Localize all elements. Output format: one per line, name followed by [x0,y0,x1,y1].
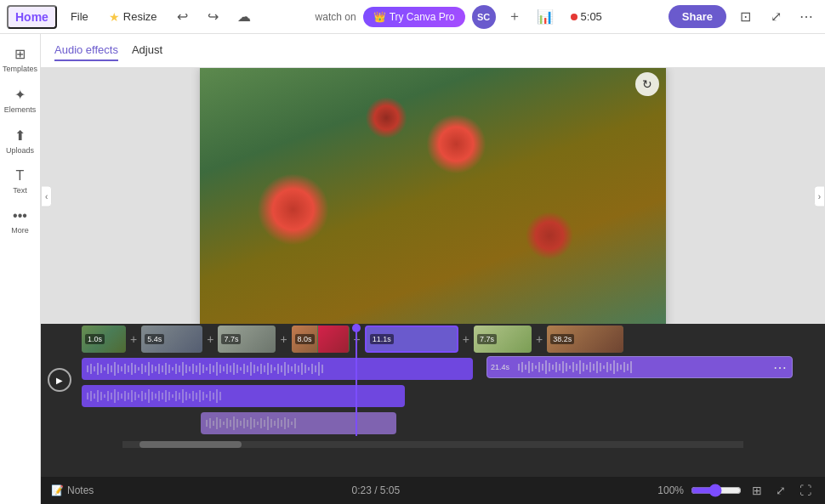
tab-adjust[interactable]: Adjust [132,40,162,61]
waveform-selected-svg [516,359,754,376]
svg-rect-3 [97,363,99,375]
cloud-button[interactable]: ☁ [232,5,256,29]
svg-rect-7 [111,365,112,372]
notes-label: Notes [67,484,94,496]
svg-rect-101 [192,391,194,401]
add-clip-1[interactable]: + [128,332,139,346]
clip-6[interactable]: 7.7s [474,326,532,353]
svg-rect-72 [94,394,95,399]
home-button[interactable]: Home [7,5,57,29]
clip-label-7: 38.2s [550,334,574,344]
svg-rect-71 [90,391,92,401]
add-clip-2[interactable]: + [204,332,216,346]
sidebar-item-elements[interactable]: ✦ Elements [2,82,39,119]
resize-button[interactable]: ★ Resize [102,7,164,27]
svg-rect-127 [264,420,265,427]
playhead[interactable] [356,324,357,436]
grid-view-button[interactable]: ⊞ [748,482,765,499]
svg-rect-92 [162,393,163,399]
svg-rect-59 [287,365,289,373]
add-user-button[interactable]: ＋ [503,5,526,29]
video-track-row: ▶ 1.0s + 5.4s + [41,324,825,354]
waveform-3 [201,412,396,434]
svg-rect-39 [219,365,221,373]
svg-rect-94 [168,392,170,400]
svg-rect-166 [617,363,618,371]
svg-rect-9 [117,365,119,373]
svg-rect-124 [253,419,255,428]
topbar-center: watch on 👑 Try Canva Pro SC ＋ 📊 5:05 [263,5,662,29]
svg-rect-129 [270,419,272,428]
clip-4[interactable]: 8.0s [292,326,350,353]
audio-track-2-container [82,385,784,407]
svg-rect-128 [267,416,269,430]
text-icon: T [16,168,25,184]
refresh-button[interactable]: ↻ [635,72,659,96]
timer-display: 5:05 [581,10,602,23]
undo-button[interactable]: ↩ [171,5,195,29]
fit-screen-button[interactable]: ⤢ [772,482,789,499]
redo-button[interactable]: ↪ [202,5,225,29]
sidebar-uploads-label: Uploads [6,146,34,155]
svg-rect-73 [97,390,99,402]
timeline-scrollbar[interactable] [122,441,743,448]
try-pro-button[interactable]: 👑 Try Canva Pro [363,7,465,27]
file-button[interactable]: File [64,7,95,26]
add-clip-6[interactable]: + [533,332,545,346]
fullscreen-timeline-button[interactable]: ⛶ [796,482,815,499]
timeline-scrollbar-thumb[interactable] [139,441,242,448]
svg-rect-32 [196,365,197,372]
svg-rect-38 [216,362,218,376]
svg-rect-64 [304,365,306,373]
hide-panel-button[interactable]: ‹ [41,185,52,207]
show-panel-button[interactable]: › [814,185,825,207]
sidebar-item-more[interactable]: ••• More [2,203,39,240]
tab-audio-effects[interactable]: Audio effects [54,40,118,61]
fullscreen-button[interactable]: ⤢ [764,5,788,29]
waveform-svg-1 [85,360,459,377]
svg-rect-6 [107,364,109,374]
sidebar-item-templates[interactable]: ⊞ Templates [2,41,39,78]
clip-1[interactable]: 1.0s [82,326,126,353]
audio-menu-dots[interactable]: ⋯ [773,360,792,376]
audio-track-1[interactable]: // Generate waveform bars inline via tem… [82,358,473,380]
clip-5-selected[interactable]: 11.1s [365,326,458,353]
svg-rect-105 [206,394,208,398]
svg-rect-119 [236,419,238,428]
sidebar-item-text[interactable]: T Text [2,163,39,200]
audio-track-3[interactable] [201,412,396,434]
clip-7[interactable]: 38.2s [547,326,623,353]
timeline: ▶ 1.0s + 5.4s + [41,324,825,477]
selected-audio-clip[interactable]: 21.4s [486,356,793,378]
share-button[interactable]: Share [669,5,726,28]
svg-rect-53 [267,363,269,375]
svg-rect-19 [151,365,153,373]
svg-rect-137 [518,364,520,371]
clip-3[interactable]: 7.7s [218,326,276,353]
svg-rect-28 [182,362,184,376]
svg-rect-36 [209,364,211,374]
svg-rect-148 [555,362,557,372]
present-button[interactable]: ⊡ [733,5,757,29]
sidebar-item-uploads[interactable]: ⬆ Uploads [2,122,39,160]
svg-rect-130 [274,421,276,426]
svg-rect-91 [158,391,160,401]
clip-2[interactable]: 5.4s [141,326,202,353]
add-clip-3[interactable]: + [277,332,289,346]
svg-rect-145 [545,360,547,374]
more-options-button[interactable]: ⋯ [794,5,818,29]
notes-button[interactable]: 📝 Notes [51,484,94,496]
avatar[interactable]: SC [472,5,496,29]
svg-rect-160 [596,361,598,373]
zoom-slider[interactable] [691,484,742,497]
timer-button[interactable]: 5:05 [564,7,609,26]
svg-rect-96 [175,391,177,401]
svg-rect-33 [199,363,201,375]
clip-label-1: 1.0s [85,334,105,344]
svg-rect-51 [260,364,262,374]
waveform-svg-2 [85,388,391,405]
chart-icon-button[interactable]: 📊 [533,5,557,29]
svg-rect-142 [535,365,537,369]
svg-rect-159 [593,364,595,371]
add-clip-5[interactable]: + [460,332,472,346]
